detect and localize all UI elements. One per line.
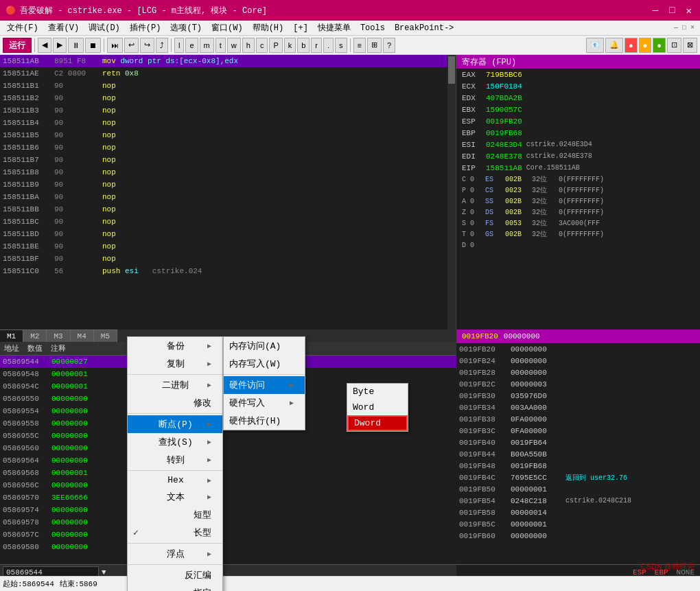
data-row[interactable]: 0586958000000000 xyxy=(0,541,456,553)
data-row[interactable]: 0586957C00000000 xyxy=(0,529,456,541)
toolbar-btn-4[interactable]: ⤴ xyxy=(156,38,168,53)
memory-row[interactable]: 0019FB2000000000 xyxy=(456,343,700,355)
cm-specify[interactable]: 指定 xyxy=(128,584,222,591)
sm-mem-access[interactable]: 内存访问(A) xyxy=(224,337,305,355)
toolbar-stop[interactable]: ⏹ xyxy=(85,38,101,53)
toolbar-list[interactable]: ≡ xyxy=(353,38,366,53)
code-row[interactable]: 158511BE90nop xyxy=(0,240,456,253)
toolbar-dot[interactable]: . xyxy=(323,38,334,53)
cm-search[interactable]: 查找(S)▶ xyxy=(128,433,222,451)
menu-file[interactable]: 文件(F) xyxy=(3,21,43,35)
memory-row[interactable]: 0019FB6000000000 xyxy=(456,530,700,542)
cm-modify[interactable]: 修改 xyxy=(128,394,222,412)
memory-row[interactable]: 0019FB480019FB68 xyxy=(456,460,700,472)
toolbar-b[interactable]: b xyxy=(297,38,310,53)
code-row[interactable]: 158511B190nop xyxy=(0,80,456,92)
memory-row[interactable]: 0019FB44B00A550B xyxy=(456,448,700,460)
toolbar-m[interactable]: m xyxy=(200,38,214,53)
sm-byte[interactable]: Byte xyxy=(347,384,408,399)
submenu-hardware[interactable]: Byte Word Dword xyxy=(347,383,408,432)
run-button[interactable]: 运行 xyxy=(3,38,32,53)
code-row[interactable]: 158511BA90nop xyxy=(0,191,456,203)
toolbar-back[interactable]: ◀ xyxy=(38,38,51,53)
code-row[interactable]: 158511B990nop xyxy=(0,178,456,191)
menu-shortcuts[interactable]: 快捷菜单 xyxy=(314,21,355,35)
toolbar-btn-2[interactable]: ↩ xyxy=(124,38,139,53)
data-row[interactable]: 0586956000000000 xyxy=(0,442,456,454)
menu-options[interactable]: 选项(T) xyxy=(166,21,206,35)
toolbar-l[interactable]: l xyxy=(174,38,184,53)
toolbar-right-5[interactable]: ● xyxy=(653,38,666,53)
close-button[interactable]: ✕ xyxy=(684,5,695,16)
cm-breakpoint[interactable]: 断点(P)▶ xyxy=(128,415,222,433)
toolbar-right-2[interactable]: 🔔 xyxy=(605,38,623,53)
sm-mem-write[interactable]: 内存写入(W) xyxy=(224,355,305,373)
title-controls[interactable]: — □ ✕ xyxy=(650,5,695,16)
maximize-button[interactable]: □ xyxy=(666,5,677,16)
context-menu[interactable]: 备份▶ 复制▶ 二进制▶ 修改 断点(P)▶ 查找(S)▶ 转到▶ Hex▶ 文… xyxy=(127,336,223,591)
tab-m3[interactable]: M3 xyxy=(47,329,70,342)
code-row[interactable]: 158511C056push esicstrike.024 xyxy=(0,265,456,277)
toolbar-right-7[interactable]: ⊠ xyxy=(683,38,697,53)
menu-help[interactable]: 帮助(H) xyxy=(248,21,288,35)
memory-row[interactable]: 0019FB2400000000 xyxy=(456,355,700,367)
cm-long[interactable]: ✓长型 xyxy=(128,524,222,542)
menu-tools[interactable]: Tools xyxy=(356,22,389,34)
minimize-button[interactable]: — xyxy=(650,5,661,16)
memory-row[interactable]: 0019FB3C0FA00000 xyxy=(456,425,700,437)
toolbar-t[interactable]: t xyxy=(215,38,226,53)
submenu-breakpoint[interactable]: 内存访问(A) 内存写入(W) 硬件访问▶ 硬件写入▶ 硬件执行(H) xyxy=(223,336,305,430)
toolbar-P[interactable]: P xyxy=(269,38,282,53)
memory-row[interactable]: 0019FB5C00000001 xyxy=(456,518,700,530)
cm-hex[interactable]: Hex▶ xyxy=(128,472,222,488)
code-row[interactable]: 158511BC90nop xyxy=(0,216,456,228)
code-row[interactable]: 158511B890nop xyxy=(0,166,456,178)
code-row[interactable]: 158511B790nop xyxy=(0,154,456,166)
data-row[interactable]: 0586956C00000000 xyxy=(0,479,456,491)
menu-debug[interactable]: 调试(D) xyxy=(84,21,124,35)
memory-row[interactable]: 0019FB5800000014 xyxy=(456,507,700,518)
code-row[interactable]: 158511B290nop xyxy=(0,92,456,104)
memory-row[interactable]: 0019FB380FA00000 xyxy=(456,413,700,425)
code-row[interactable]: 158511BB90nop xyxy=(0,203,456,216)
sm-hw-exec[interactable]: 硬件执行(H) xyxy=(224,412,305,430)
tab-m2[interactable]: M2 xyxy=(23,329,47,342)
tab-m5[interactable]: M5 xyxy=(94,329,117,342)
code-row[interactable]: 158511B390nop xyxy=(0,104,456,117)
menu-breakpoint[interactable]: BreakPoint-> xyxy=(390,22,458,34)
data-row[interactable]: 0586956800000001 xyxy=(0,467,456,479)
toolbar-btn-3[interactable]: ↪ xyxy=(140,38,154,53)
toolbar-c[interactable]: c xyxy=(256,38,268,53)
data-row[interactable]: 0586957800000000 xyxy=(0,516,456,529)
code-row[interactable]: 158511B690nop xyxy=(0,141,456,154)
code-row[interactable]: 158511B490nop xyxy=(0,117,456,129)
sm-dword[interactable]: Dword xyxy=(347,415,408,431)
data-row[interactable]: 0586957400000000 xyxy=(0,504,456,516)
toolbar-right-4[interactable]: ● xyxy=(639,38,652,53)
data-row[interactable]: 058695703EE66666 xyxy=(0,491,456,504)
menu-view[interactable]: 查看(V) xyxy=(44,21,84,35)
toolbar-r[interactable]: r xyxy=(311,38,322,53)
cm-copy[interactable]: 复制▶ xyxy=(128,355,222,373)
toolbar-grid[interactable]: ⊞ xyxy=(367,38,382,53)
cm-text[interactable]: 文本▶ xyxy=(128,488,222,506)
memory-row[interactable]: 0019FB30035976D0 xyxy=(456,390,700,402)
code-row[interactable]: 158511BD90nop xyxy=(0,228,456,240)
memory-row[interactable]: 0019FB5000000001 xyxy=(456,483,700,495)
code-row[interactable]: 158511AB8951 F8mov dword ptr ds:[ecx-0x8… xyxy=(0,55,456,67)
toolbar-right-1[interactable]: 📧 xyxy=(586,38,604,53)
tab-m1[interactable]: M1 xyxy=(0,329,23,342)
toolbar-e[interactable]: e xyxy=(185,38,198,53)
menu-window[interactable]: 窗口(W) xyxy=(207,21,247,35)
toolbar-k[interactable]: k xyxy=(284,38,296,53)
cm-binary[interactable]: 二进制▶ xyxy=(128,376,222,394)
memory-row[interactable]: 0019FB540248C218cstrike.0248C218 xyxy=(456,495,700,507)
code-panel[interactable]: 158511AB8951 F8mov dword ptr ds:[ecx-0x8… xyxy=(0,55,456,329)
toolbar-s[interactable]: s xyxy=(335,38,347,53)
memory-row[interactable]: 0019FB4C7695E5CC返回到 user32.76 xyxy=(456,472,700,483)
cm-backup[interactable]: 备份▶ xyxy=(128,337,222,355)
memory-row[interactable]: 0019FB400019FB64 xyxy=(456,437,700,448)
toolbar-w[interactable]: w xyxy=(227,38,241,53)
addr-dropdown-arrow[interactable]: ▼ xyxy=(102,568,106,577)
toolbar-right-6[interactable]: ⊡ xyxy=(667,38,681,53)
